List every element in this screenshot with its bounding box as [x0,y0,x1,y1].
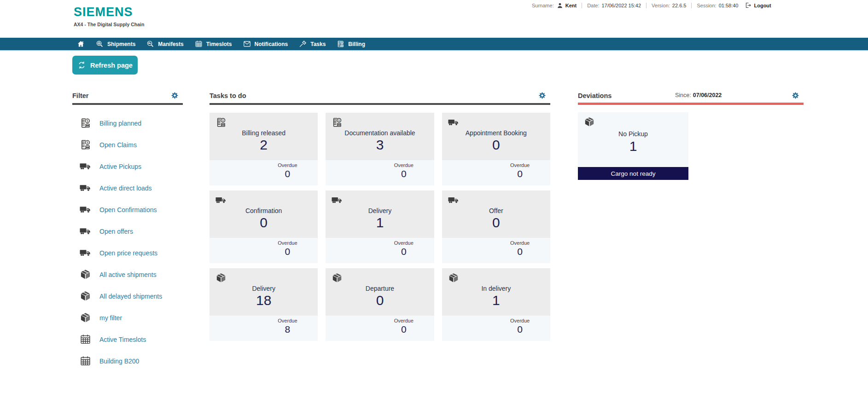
nav-home[interactable] [71,38,90,50]
gear-icon[interactable] [538,92,546,99]
gear-icon[interactable] [792,92,799,99]
overdue-count: 0 [489,324,550,335]
siemens-logo: SIEMENS [74,6,144,18]
logout-button[interactable]: Logout [745,2,771,9]
task-card-delivery-shipments[interactable]: Delivery 18 Overdue 8 [210,268,318,341]
nav-billing-label: Billing [348,41,365,47]
cube-icon [448,272,459,283]
overdue-count: 8 [257,324,318,335]
cube-icon [332,272,343,283]
billing-icon: $ [79,117,92,129]
svg-text:$: $ [87,119,89,123]
filter-title: Filter [72,92,88,99]
card-count: 0 [210,215,318,230]
truck-icon [79,160,92,173]
billing-icon: $ [337,40,344,48]
nav-notifications[interactable]: Notifications [238,38,294,50]
deviation-card-no-pickup[interactable]: No Pickup 1 Cargo not ready [578,112,688,180]
truck-icon [332,195,343,206]
filter-item-active-pickups[interactable]: Active Pickups [72,156,183,177]
filter-item-open-price-requests[interactable]: Open price requests [72,242,183,264]
calendar-icon [195,40,203,48]
surname-value: Kent [565,3,577,8]
filter-item-my-filter[interactable]: my filter [72,307,183,329]
gear-icon[interactable] [171,92,179,99]
nav-shipments[interactable]: Shipments [90,38,141,50]
cube-icon [79,268,92,281]
refresh-page-button[interactable]: Refresh page [72,56,138,75]
tasks-header: Tasks to do [210,91,550,100]
task-card-in-delivery[interactable]: In delivery 1 Overdue 0 [442,268,550,341]
filter-item-all-delayed-shipments[interactable]: All delayed shipments [72,285,183,307]
overdue-label: Overdue [373,318,434,323]
nav-timeslots-label: Timeslots [206,41,232,47]
divider [646,3,647,8]
refresh-label: Refresh page [90,62,133,69]
deviations-panel: Deviations Since:07/06/2022 No Pickup 1 … [578,91,804,180]
truck-icon [216,195,227,206]
overdue-label: Overdue [257,162,318,168]
envelope-icon [243,40,251,48]
version-label: Version: [652,3,670,8]
overdue-count: 0 [257,246,318,257]
home-icon [77,40,85,48]
filter-item-open-claims[interactable]: $ Open Claims [72,134,183,156]
truck-icon [79,247,92,259]
billing-icon: $ [332,117,343,128]
filter-item-active-direct-loads[interactable]: Active direct loads [72,177,183,199]
filter-item-billing-planned[interactable]: $ Billing planned [72,112,183,134]
overdue-count: 0 [257,168,318,179]
billing-icon: $ [79,138,92,151]
task-card-appointment-booking[interactable]: Appointment Booking 0 Overdue 0 [442,113,550,185]
card-count: 0 [442,138,550,152]
card-count: 0 [442,215,550,230]
billing-icon: $ [216,117,227,128]
surname-label: Surname: [532,3,554,8]
task-card-departure[interactable]: Departure 0 Overdue 0 [326,268,434,341]
task-card-billing-released[interactable]: $ Billing released 2 Overdue 0 [210,113,318,185]
main-nav: Shipments Manifests Timeslots Notificati… [0,38,868,50]
status-badge: Cargo not ready [578,167,688,180]
nav-manifests[interactable]: Manifests [141,38,189,50]
search-truck-icon [146,40,154,48]
overdue-label: Overdue [373,162,434,168]
truck-icon [79,225,92,237]
task-card-documentation-available[interactable]: $ Documentation available 3 Overdue 0 [326,113,434,185]
svg-text:$: $ [87,140,89,144]
cube-icon [79,311,92,324]
since-value: 07/06/2022 [693,92,722,98]
card-count: 3 [326,138,434,152]
task-card-offer[interactable]: Offer 0 Overdue 0 [442,190,550,263]
card-count: 0 [326,293,434,308]
task-card-confirmation[interactable]: Confirmation 0 Overdue 0 [210,190,318,263]
filter-item-open-confirmations[interactable]: Open Confirmations [72,199,183,220]
overdue-count: 0 [489,168,550,179]
deviations-header: Deviations Since:07/06/2022 [578,91,804,100]
nav-tasks[interactable]: Tasks [293,38,331,50]
session-value: 01:58:40 [719,3,739,8]
filter-item-all-active-shipments[interactable]: All active shipments [72,264,183,285]
cube-icon [79,290,92,302]
task-card-delivery[interactable]: Delivery 1 Overdue 0 [326,190,434,263]
search-globe-icon [96,40,104,48]
session-bar: Surname: Kent Date: 17/06/2022 15:42 Ver… [532,0,771,11]
date-value: 17/06/2022 15:42 [601,3,641,8]
overdue-label: Overdue [373,240,434,246]
cube-icon [584,116,595,127]
nav-timeslots[interactable]: Timeslots [189,38,238,50]
svg-text:$: $ [338,119,340,122]
deviations-rule [578,103,804,105]
overdue-label: Overdue [489,240,550,246]
tasks-rule [210,103,550,105]
overdue-count: 0 [373,168,434,179]
svg-text:$: $ [222,119,224,122]
overdue-label: Overdue [257,318,318,323]
since: Since:07/06/2022 [675,92,722,98]
filter-item-active-timeslots[interactable]: Active Timeslots [72,329,183,350]
nav-billing[interactable]: $ Billing [331,38,371,50]
filter-rule [72,103,183,105]
nav-shipments-label: Shipments [107,41,135,47]
filter-item-open-offers[interactable]: Open offers [72,220,183,242]
filter-item-building-b200[interactable]: Building B200 [72,350,183,372]
divider [691,3,692,8]
